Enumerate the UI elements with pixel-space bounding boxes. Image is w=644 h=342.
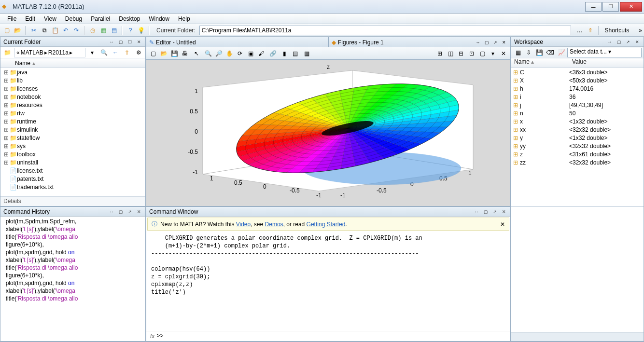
tile1-icon[interactable]: ⊞: [435, 49, 445, 58]
pan-icon[interactable]: ✋: [224, 49, 234, 58]
menu-file[interactable]: File: [3, 14, 21, 23]
fx-label[interactable]: fx: [150, 333, 154, 340]
tile5-icon[interactable]: ▢: [477, 49, 487, 58]
command-output[interactable]: CPLXGRID generates a polar coordinate co…: [146, 232, 510, 331]
list-item[interactable]: ⊞📁simulink: [0, 125, 145, 134]
current-folder-input[interactable]: [199, 26, 571, 35]
table-row[interactable]: ⊞yy<32x32 double>: [511, 142, 644, 150]
fig-close-icon[interactable]: ✕: [499, 49, 508, 58]
getting-started-link[interactable]: Getting Started: [307, 221, 346, 228]
list-item[interactable]: ⊞📁stateflow: [0, 134, 145, 142]
save-ws-icon[interactable]: 💾: [534, 48, 544, 57]
figure-canvas[interactable]: z -1 -0.5 0 0.5 1 1 0.5: [146, 60, 511, 206]
list-item[interactable]: ⊞📁notebook: [0, 93, 145, 101]
new-fig-icon[interactable]: ▢: [148, 49, 158, 58]
tile3-icon[interactable]: ⊟: [456, 49, 466, 58]
gear-icon[interactable]: ⚙: [134, 48, 143, 57]
table-row[interactable]: ⊞i36: [511, 93, 644, 101]
tab-editor[interactable]: ✎ Editor - Untitled: [146, 37, 328, 47]
list-item[interactable]: ⊞📁rtw: [0, 109, 145, 117]
browse-folder-icon[interactable]: …: [575, 26, 585, 35]
parent-folder-icon[interactable]: ⇧: [122, 48, 132, 57]
maximize-button[interactable]: [602, 2, 619, 12]
back-icon[interactable]: ←: [111, 48, 120, 57]
search-icon[interactable]: 🔍: [99, 48, 109, 57]
min-panel-icon[interactable]: ▢: [482, 208, 489, 215]
breadcrumb[interactable]: « MATLAB ▸ R2011a ▸: [14, 48, 85, 57]
datacursor-icon[interactable]: ▣: [246, 49, 255, 58]
table-row[interactable]: ⊞z<31x61 double>: [511, 150, 644, 158]
guide-icon[interactable]: ▦: [98, 26, 108, 35]
open-fig-icon[interactable]: 📂: [159, 49, 168, 58]
video-link[interactable]: Video: [236, 221, 251, 228]
list-item[interactable]: ⊞📁uninstall: [0, 158, 145, 166]
copy-icon[interactable]: ⧉: [40, 26, 49, 35]
overflow-icon[interactable]: »: [639, 27, 642, 34]
pointer-icon[interactable]: ↖: [192, 49, 201, 58]
cut-icon[interactable]: ✂: [29, 26, 39, 35]
print-icon[interactable]: 🖶: [180, 49, 190, 58]
menu-debug[interactable]: Debug: [61, 14, 86, 23]
details-bar[interactable]: Details: [0, 196, 145, 206]
list-item[interactable]: 📄patents.txt: [0, 175, 145, 183]
table-row[interactable]: ⊞zz<32x32 double>: [511, 158, 644, 166]
close-panel-icon[interactable]: ✕: [136, 39, 142, 45]
new-var-icon[interactable]: ▦: [513, 48, 523, 57]
table-row[interactable]: ⊞h174.0016: [511, 84, 644, 93]
table-row[interactable]: ⊞n50: [511, 109, 644, 117]
menu-edit[interactable]: Edit: [21, 14, 40, 23]
close-button[interactable]: [620, 2, 642, 12]
dock-icon[interactable]: ↔: [606, 39, 613, 45]
dock-icon[interactable]: ↔: [108, 39, 115, 45]
list-item[interactable]: 📄trademarks.txt: [0, 183, 145, 191]
simulink-icon[interactable]: ◷: [88, 26, 98, 35]
help-icon[interactable]: ?: [126, 26, 135, 35]
table-row[interactable]: ⊞xx<32x32 double>: [511, 125, 644, 134]
table-row[interactable]: ⊞y<1x32 double>: [511, 134, 644, 142]
redo-icon[interactable]: ↷: [71, 26, 81, 35]
banner-close-icon[interactable]: ✕: [500, 221, 505, 228]
zoom-in-icon[interactable]: 🔍: [203, 49, 213, 58]
menu-help[interactable]: Help: [174, 14, 195, 23]
open-icon[interactable]: 📂: [13, 26, 22, 35]
scrollbar[interactable]: [511, 332, 644, 341]
table-row[interactable]: ⊞x<1x32 double>: [511, 117, 644, 125]
list-item[interactable]: ⊞📁sys: [0, 142, 145, 150]
history-dropdown-icon[interactable]: ▾: [87, 48, 97, 57]
menu-parallel[interactable]: Parallel: [86, 14, 114, 23]
list-item[interactable]: 📄license.txt: [0, 166, 145, 175]
min-panel-icon[interactable]: ▢: [117, 208, 124, 215]
table-row[interactable]: ⊞X<50x3 double>: [511, 76, 644, 84]
menu-desktop[interactable]: Desktop: [114, 14, 144, 23]
max-panel-icon[interactable]: ↗: [126, 208, 133, 215]
import-icon[interactable]: ⇩: [524, 48, 533, 57]
list-item[interactable]: ⊞📁resources: [0, 101, 145, 109]
plot-selector-icon[interactable]: 📈: [557, 48, 566, 57]
close-panel-icon[interactable]: ✕: [501, 39, 507, 46]
list-item[interactable]: ⊞📁runtime: [0, 117, 145, 125]
paste-icon[interactable]: 📋: [50, 26, 60, 35]
tile4-icon[interactable]: ⊡: [467, 49, 476, 58]
list-item[interactable]: ⊞📁toolbox: [0, 150, 145, 158]
min-panel-icon[interactable]: ▢: [616, 39, 622, 45]
tile2-icon[interactable]: ◫: [446, 49, 455, 58]
hide-plot-tools-icon[interactable]: ▦: [302, 49, 311, 58]
undo-icon[interactable]: ↶: [61, 26, 70, 35]
demo-icon[interactable]: 💡: [136, 26, 146, 35]
max-panel-icon[interactable]: ☐: [126, 39, 133, 45]
shortcuts-label[interactable]: Shortcuts: [605, 27, 630, 34]
zoom-out-icon[interactable]: 🔎: [214, 49, 224, 58]
save-fig-icon[interactable]: 💾: [169, 49, 179, 58]
demos-link[interactable]: Demos: [265, 221, 283, 228]
folder-icon[interactable]: 📁: [2, 48, 12, 57]
link-icon[interactable]: 🔗: [268, 49, 278, 58]
rotate-icon[interactable]: ⟳: [235, 49, 245, 58]
table-row[interactable]: ⊞j[49,43,30,49]: [511, 101, 644, 109]
list-item[interactable]: ⊞📁licenses: [0, 84, 145, 93]
up-folder-icon[interactable]: ⇑: [586, 26, 595, 35]
tile-dropdown-icon[interactable]: ▾: [488, 49, 498, 58]
clear-ws-icon[interactable]: ⌫: [545, 48, 555, 57]
profiler-icon[interactable]: ▤: [109, 26, 119, 35]
max-panel-icon[interactable]: ↗: [491, 208, 498, 215]
close-panel-icon[interactable]: ✕: [634, 39, 641, 45]
